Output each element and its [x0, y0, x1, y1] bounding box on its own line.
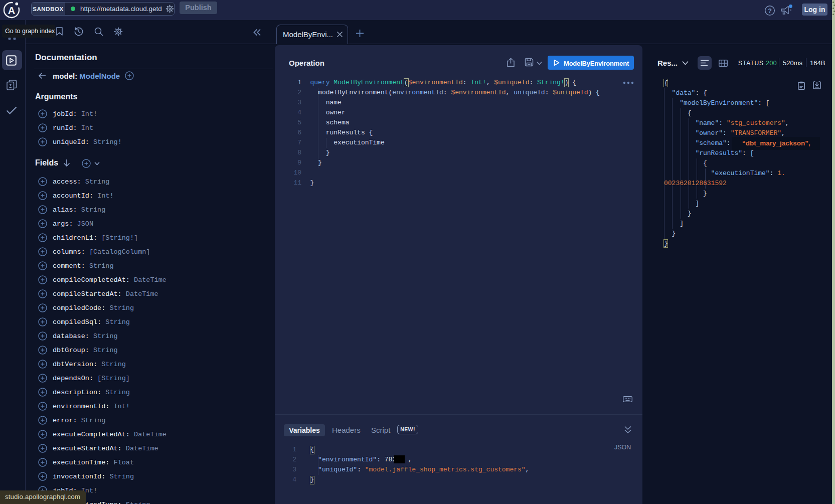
- svg-text:?: ?: [768, 8, 772, 15]
- svg-text:A: A: [8, 5, 15, 16]
